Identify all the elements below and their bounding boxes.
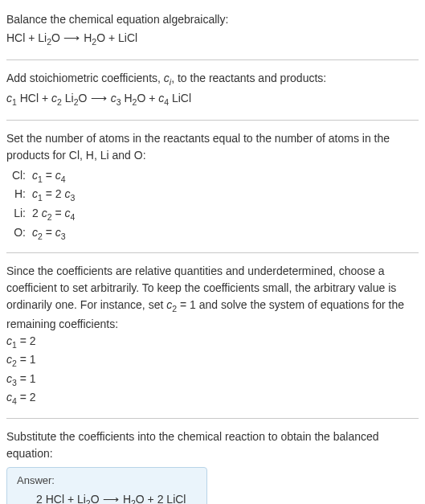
divider bbox=[6, 59, 419, 60]
atom-row-o: O: c2 = c3 bbox=[6, 224, 419, 244]
eq-text: = 2 bbox=[43, 187, 65, 200]
answer-label: Answer: bbox=[17, 474, 197, 486]
coef-solution: c3 = 1 bbox=[6, 371, 419, 390]
coef: c bbox=[55, 226, 61, 239]
eq-text: O bbox=[79, 92, 88, 104]
section-coefficients: Add stoichiometric coefficients, ci, to … bbox=[6, 64, 419, 117]
text: Add stoichiometric coefficients, bbox=[6, 72, 164, 84]
substitute-text: Substitute the coefficients into the che… bbox=[6, 428, 419, 462]
coef: c bbox=[6, 353, 12, 366]
eq-text: O bbox=[91, 493, 100, 504]
coef: c bbox=[32, 226, 38, 239]
eq-text: H bbox=[121, 92, 133, 104]
atom-balance-table: Cl: c1 = c4 H: c1 = 2 c3 Li: 2 c2 = c4 O… bbox=[6, 167, 419, 243]
eq-text: O + 2 LiCl bbox=[136, 493, 186, 504]
arrow-icon: ⟶ bbox=[87, 92, 110, 104]
eq-text: O + bbox=[137, 92, 158, 104]
eq-text: O bbox=[51, 31, 60, 44]
coef-c2: c bbox=[51, 92, 57, 104]
atom-row-cl: Cl: c1 = c4 bbox=[6, 167, 419, 186]
atom-equation: 2 c2 = c4 bbox=[32, 205, 75, 224]
eq-text: H bbox=[84, 31, 92, 44]
coefficients-title: Add stoichiometric coefficients, ci, to … bbox=[6, 70, 419, 89]
coefficient-equation: c1 HCl + c2 Li2O ⟶ c3 H2O + c4 LiCl bbox=[6, 88, 419, 110]
eq-text: = 1 bbox=[17, 372, 36, 385]
eq-text: = bbox=[43, 169, 55, 182]
eq-text: Li bbox=[62, 92, 74, 104]
coef: c bbox=[42, 207, 47, 219]
subscript: 3 bbox=[70, 193, 75, 203]
atom-equation: c1 = c4 bbox=[32, 167, 66, 186]
section-solve: Since the coefficients are relative quan… bbox=[6, 256, 419, 415]
coef-c3: c bbox=[111, 92, 116, 104]
atom-equation: c2 = c3 bbox=[32, 224, 66, 244]
text: = 1 bbox=[177, 298, 196, 311]
subscript: 4 bbox=[71, 212, 76, 222]
divider bbox=[6, 418, 419, 419]
eq-text: H bbox=[123, 493, 131, 504]
section-answer: Substitute the coefficients into the che… bbox=[6, 422, 419, 504]
solve-text: Since the coefficients are relative quan… bbox=[6, 263, 419, 333]
variable-c: c bbox=[164, 72, 170, 84]
subscript: 4 bbox=[61, 174, 66, 184]
atom-label: Li: bbox=[6, 205, 26, 224]
arrow-icon: ⟶ bbox=[60, 31, 84, 44]
atom-label: H: bbox=[6, 186, 26, 205]
coef: c bbox=[32, 169, 38, 182]
eq-text: = 2 bbox=[17, 391, 36, 404]
coef-c1: c bbox=[6, 92, 12, 104]
problem-title: Balance the chemical equation algebraica… bbox=[6, 11, 419, 28]
subscript: 3 bbox=[61, 231, 66, 240]
atom-balance-title: Set the number of atoms in the reactants… bbox=[6, 130, 419, 164]
coef: c bbox=[6, 372, 12, 385]
eq-text: LiCl bbox=[169, 92, 191, 104]
divider bbox=[6, 120, 419, 121]
eq-text: = bbox=[52, 207, 65, 219]
atom-label: Cl: bbox=[6, 167, 26, 186]
eq-text: 2 HCl + Li bbox=[36, 493, 86, 504]
coef: c bbox=[6, 334, 12, 347]
eq-text: = bbox=[43, 226, 55, 239]
eq-text: = 1 bbox=[17, 353, 36, 366]
atom-label: O: bbox=[6, 224, 26, 244]
coef: c bbox=[6, 391, 12, 404]
atom-row-h: H: c1 = 2 c3 bbox=[6, 186, 419, 205]
eq-text: HCl + bbox=[17, 92, 51, 104]
coef-solution: c1 = 2 bbox=[6, 333, 419, 352]
divider bbox=[6, 252, 419, 253]
eq-text: = 2 bbox=[17, 334, 36, 347]
text: , to the reactants and products: bbox=[171, 72, 326, 84]
eq-text: HCl + Li bbox=[6, 31, 47, 44]
coef: c bbox=[32, 187, 38, 200]
arrow-icon: ⟶ bbox=[100, 493, 123, 504]
coef-solution: c4 = 2 bbox=[6, 389, 419, 408]
atom-equation: c1 = 2 c3 bbox=[32, 186, 75, 205]
coef-solution: c2 = 1 bbox=[6, 351, 419, 371]
answer-box: Answer: 2 HCl + Li2O ⟶ H2O + 2 LiCl bbox=[6, 467, 207, 504]
section-atom-balance: Set the number of atoms in the reactants… bbox=[6, 124, 419, 249]
atom-row-li: Li: 2 c2 = c4 bbox=[6, 205, 419, 224]
unbalanced-equation: HCl + Li2O ⟶ H2O + LiCl bbox=[6, 28, 419, 50]
balanced-equation: 2 HCl + Li2O ⟶ H2O + 2 LiCl bbox=[17, 486, 197, 504]
coef: c bbox=[55, 169, 61, 182]
coef: c bbox=[65, 207, 71, 219]
section-problem: Balance the chemical equation algebraica… bbox=[6, 5, 419, 56]
eq-text: O + LiCl bbox=[96, 31, 137, 44]
coefficient-solutions: c1 = 2 c2 = 1 c3 = 1 c4 = 2 bbox=[6, 333, 419, 408]
eq-text: 2 bbox=[32, 207, 42, 219]
